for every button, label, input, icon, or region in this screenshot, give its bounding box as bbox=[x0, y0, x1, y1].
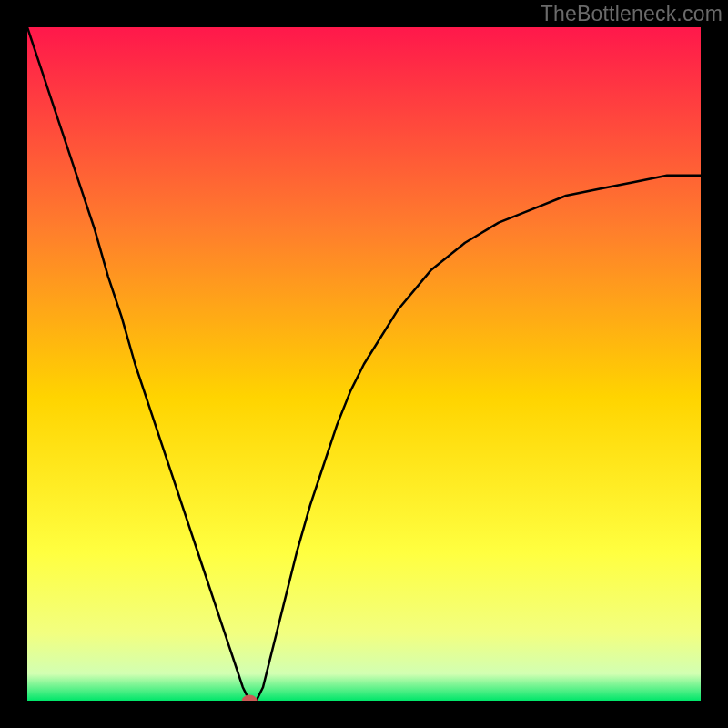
chart-svg bbox=[27, 27, 701, 701]
chart-frame: TheBottleneck.com bbox=[0, 0, 728, 728]
plot-area bbox=[27, 27, 701, 701]
watermark-text: TheBottleneck.com bbox=[541, 2, 723, 26]
